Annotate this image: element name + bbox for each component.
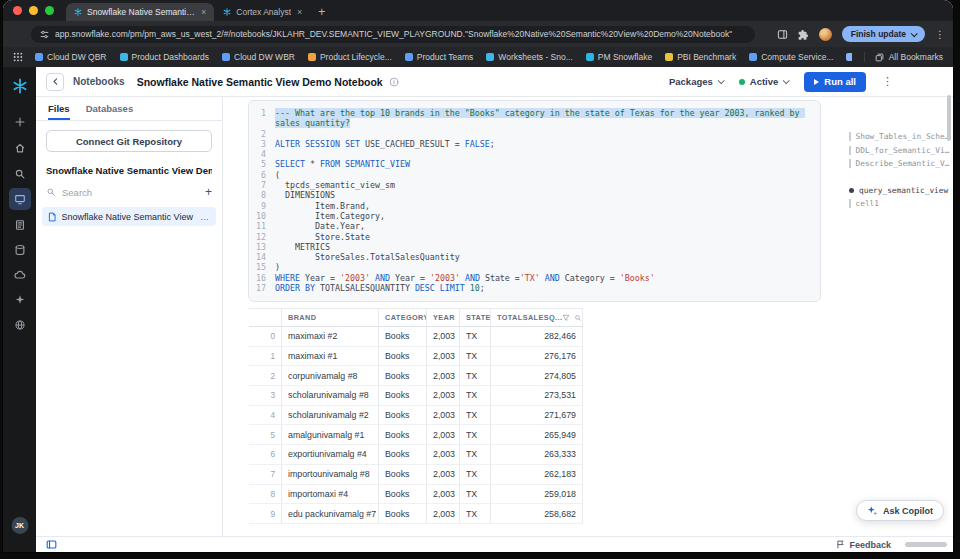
table-cell[interactable]: Books	[379, 425, 427, 445]
table-cell[interactable]: edu packunivamalg #7	[282, 504, 379, 524]
table-cell[interactable]: TX	[460, 425, 491, 445]
table-cell[interactable]: Books	[379, 465, 427, 485]
horizontal-scrollbar[interactable]	[905, 542, 947, 547]
search-icon[interactable]	[9, 163, 31, 185]
bookmark-item[interactable]: PM Snowflake	[586, 52, 652, 62]
table-cell[interactable]: 265,949	[491, 425, 583, 445]
code-line[interactable]: 8 DIMENSIONS	[253, 190, 812, 200]
run-all-button[interactable]: Run all	[804, 72, 866, 92]
bookmark-item[interactable]: Cloud DW WBR	[222, 52, 295, 62]
user-avatar[interactable]: JK	[11, 517, 28, 534]
row-index[interactable]: 4	[249, 406, 282, 426]
row-index[interactable]: 9	[249, 504, 282, 524]
column-header[interactable]: TOTALSALESQ...	[491, 309, 583, 327]
table-cell[interactable]: TX	[460, 347, 491, 367]
filter-icon[interactable]	[562, 314, 570, 322]
table-cell[interactable]: importounivamalg #8	[282, 465, 379, 485]
table-cell[interactable]: 2,003	[427, 386, 460, 406]
extensions-puzzle-icon[interactable]	[798, 29, 809, 40]
row-index[interactable]: 3	[249, 386, 282, 406]
code-line[interactable]: 1--- What are the top 10 brands in the "…	[253, 108, 812, 129]
add-file-button[interactable]: +	[205, 186, 212, 198]
code-line[interactable]: 13 METRICS	[253, 242, 812, 252]
table-cell[interactable]: TX	[460, 366, 491, 386]
table-cell[interactable]: Books	[379, 347, 427, 367]
code-line[interactable]: 2	[253, 129, 812, 139]
site-settings-icon[interactable]	[40, 30, 49, 39]
table-cell[interactable]: 2,003	[427, 347, 460, 367]
code-line[interactable]: 12 Store.State	[253, 232, 812, 242]
browser-tab[interactable]: Cortex Analyst×	[215, 3, 310, 21]
table-cell[interactable]: 2,003	[427, 327, 460, 347]
finish-update-button[interactable]: Finish update	[842, 26, 925, 42]
table-cell[interactable]: 271,679	[491, 406, 583, 426]
table-cell[interactable]: TX	[460, 465, 491, 485]
table-cell[interactable]: TX	[460, 406, 491, 426]
vertical-scrollbar[interactable]	[947, 95, 951, 141]
code-line[interactable]: 14 StoreSales.TotalSalesQuantity	[253, 252, 812, 262]
code-line[interactable]: 4	[253, 149, 812, 159]
column-search-icon[interactable]	[574, 314, 582, 322]
bookmark-item[interactable]: Product Dashboards	[120, 52, 210, 62]
connect-git-button[interactable]: Connect Git Repository	[46, 130, 212, 152]
close-window-button[interactable]	[13, 6, 22, 15]
table-cell[interactable]: 2,003	[427, 485, 460, 505]
info-icon[interactable]	[389, 77, 399, 87]
table-cell[interactable]: scholarunivamalg #8	[282, 386, 379, 406]
side-panel-icon[interactable]	[777, 29, 788, 40]
browser-profile-avatar[interactable]	[819, 28, 832, 41]
ask-copilot-button[interactable]: Ask Copilot	[856, 500, 944, 521]
table-cell[interactable]: 276,176	[491, 347, 583, 367]
outline-item[interactable]: Describe_Semantic_V…	[839, 157, 953, 171]
zoom-window-button[interactable]	[45, 6, 54, 15]
minimize-window-button[interactable]	[29, 6, 38, 15]
all-bookmarks-button[interactable]: All Bookmarks	[864, 52, 943, 62]
table-cell[interactable]: 2,003	[427, 504, 460, 524]
tab-close-icon[interactable]: ×	[297, 7, 302, 17]
row-index[interactable]: 0	[249, 327, 282, 347]
back-button[interactable]	[46, 73, 64, 91]
code-line[interactable]: 15)	[253, 262, 812, 272]
code-line[interactable]: 5SELECT * FROM SEMANTIC_VIEW	[253, 159, 812, 169]
bookmark-item[interactable]: Product Lifecycle...	[308, 52, 392, 62]
table-cell[interactable]: Books	[379, 366, 427, 386]
packages-menu[interactable]: Packages	[669, 76, 723, 87]
table-cell[interactable]: TX	[460, 327, 491, 347]
table-cell[interactable]: TX	[460, 504, 491, 524]
table-cell[interactable]: TX	[460, 445, 491, 465]
snowflake-logo-icon[interactable]	[9, 75, 31, 97]
tab-files[interactable]: Files	[48, 97, 70, 120]
code-line[interactable]: 7 tpcds_semantic_view_sm	[253, 180, 812, 190]
table-cell[interactable]: Books	[379, 485, 427, 505]
more-options-icon[interactable]: ⋮	[882, 75, 893, 88]
code-line[interactable]: 9 Item.Brand,	[253, 201, 812, 211]
outline-item[interactable]: query_semantic_view	[839, 184, 953, 198]
browser-tab[interactable]: Snowflake Native Semantic V×	[66, 3, 214, 21]
bookmark-item[interactable]: Compute Service...	[749, 52, 833, 62]
new-tab-button[interactable]: +	[310, 3, 333, 21]
table-cell[interactable]: maximaxi #2	[282, 327, 379, 347]
search-input[interactable]: Search	[62, 187, 92, 198]
bookmark-item[interactable]: PBI Benchmark	[665, 52, 736, 62]
browser-menu-icon[interactable]: ⋮	[935, 29, 945, 40]
tab-close-icon[interactable]: ×	[201, 7, 206, 17]
table-cell[interactable]: 2,003	[427, 425, 460, 445]
compute-cloud-icon[interactable]	[9, 264, 31, 286]
table-cell[interactable]: importomaxi #4	[282, 485, 379, 505]
console-panel-icon[interactable]	[46, 539, 57, 550]
notebooks-icon[interactable]	[9, 214, 31, 236]
table-cell[interactable]: Books	[379, 327, 427, 347]
table-cell[interactable]: exportiunivamalg #4	[282, 445, 379, 465]
outline-item[interactable]: Show_Tables_in_Sche…	[839, 130, 953, 144]
code-line[interactable]: 10 Item.Category,	[253, 211, 812, 221]
marketplace-globe-icon[interactable]	[9, 314, 31, 336]
column-header[interactable]: STATE	[460, 309, 491, 327]
apps-grid-icon[interactable]	[13, 52, 23, 62]
table-cell[interactable]: 2,003	[427, 465, 460, 485]
row-index[interactable]: 7	[249, 465, 282, 485]
projects-icon[interactable]	[9, 188, 31, 210]
table-cell[interactable]: 263,333	[491, 445, 583, 465]
code-line[interactable]: 3ALTER SESSION SET USE_CACHED_RESULT = F…	[253, 139, 812, 149]
table-cell[interactable]: 259,018	[491, 485, 583, 505]
address-bar[interactable]: app.snowflake.com/pm/pm_aws_us_west_2/#/…	[31, 26, 755, 43]
